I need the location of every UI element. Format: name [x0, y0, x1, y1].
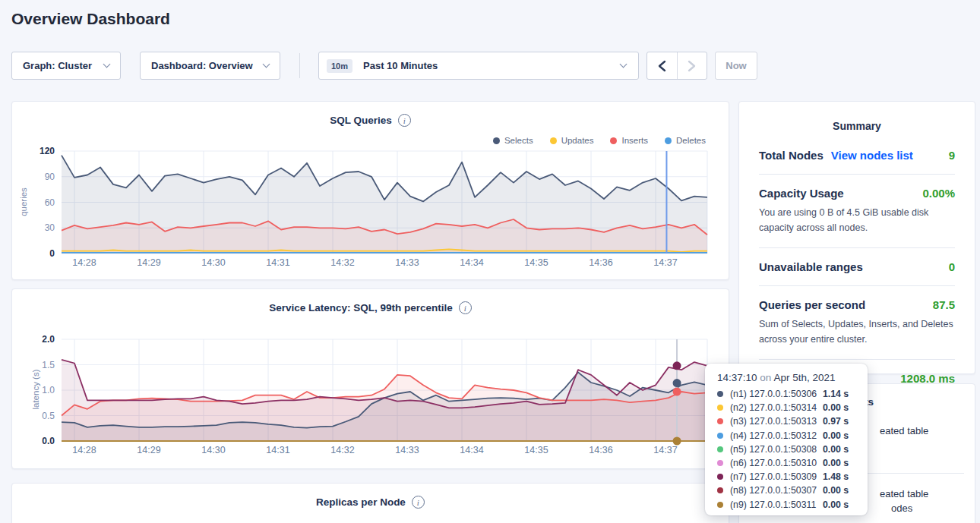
tooltip-row: (n5) 127.0.0.1:503080.00 s: [717, 443, 855, 456]
node-latency-value: 0.00 s: [823, 430, 849, 441]
sql-queries-card: SQL Queries i SelectsUpdatesInsertsDelet…: [11, 101, 729, 280]
node-address: (n4) 127.0.0.1:50312: [730, 430, 823, 441]
node-address: (n7) 127.0.0.1:50309: [730, 471, 823, 482]
node-latency-value: 0.00 s: [823, 458, 849, 468]
svg-text:14:34: 14:34: [460, 445, 483, 455]
time-range-badge: 10m: [327, 59, 352, 73]
node-address: (n6) 127.0.0.1:50310: [730, 458, 823, 468]
latency-card: Service Latency: SQL, 99th percentile i …: [11, 288, 729, 469]
node-address: (n5) 127.0.0.1:50308: [730, 444, 823, 455]
node-latency-value: 1.14 s: [823, 389, 849, 399]
tooltip-row: (n7) 127.0.0.1:503091.48 s: [717, 470, 855, 484]
event-text-fragment[interactable]: eated table: [880, 488, 928, 499]
svg-text:30: 30: [45, 222, 55, 233]
chevron-down-icon: [620, 61, 628, 68]
capacity-value: 0.00%: [922, 187, 955, 200]
total-nodes-label: Total Nodes: [759, 149, 824, 162]
tooltip-row: (n4) 127.0.0.1:503120.00 s: [717, 429, 855, 443]
svg-text:0: 0: [49, 248, 55, 259]
svg-text:0.5: 0.5: [42, 411, 55, 421]
svg-text:14:33: 14:33: [395, 257, 419, 268]
view-nodes-list-link[interactable]: View nodes list: [831, 149, 913, 162]
chevron-left-icon: [658, 60, 666, 72]
next-range-button[interactable]: [677, 52, 707, 79]
node-color-dot-icon: [717, 474, 723, 480]
tooltip-row: (n9) 127.0.0.1:503110.00 s: [717, 498, 855, 512]
node-address: (n9) 127.0.0.1:50311: [730, 499, 823, 510]
total-nodes-value: 9: [949, 149, 955, 162]
tooltip-row: (n2) 127.0.0.1:503140.00 s: [717, 401, 855, 414]
graph-dropdown-label: Graph: Cluster: [23, 60, 92, 71]
svg-text:14:31: 14:31: [266, 257, 289, 268]
tooltip-on: on: [760, 372, 771, 383]
svg-text:14:28: 14:28: [72, 445, 96, 455]
svg-text:14:30: 14:30: [201, 445, 225, 455]
summary-card: Summary Total Nodes View nodes list 9 Ca…: [738, 101, 975, 374]
sql-queries-chart[interactable]: 030609012014:2814:2914:3014:3114:3214:33…: [12, 102, 730, 281]
tooltip-time: 14:37:10: [717, 372, 757, 383]
capacity-desc: You are using 0 B of 4.5 GiB usable disk…: [759, 200, 955, 235]
svg-text:14:35: 14:35: [524, 445, 548, 455]
node-color-dot-icon: [717, 487, 723, 493]
prev-range-button[interactable]: [647, 52, 677, 79]
svg-text:14:32: 14:32: [330, 445, 354, 455]
svg-text:14:29: 14:29: [137, 445, 160, 455]
node-address: (n8) 127.0.0.1:50307: [730, 485, 823, 496]
node-color-dot-icon: [717, 460, 723, 466]
tooltip-row: (n8) 127.0.0.1:503070.00 s: [717, 484, 855, 497]
dashboard-dropdown[interactable]: Dashboard: Overview: [140, 52, 280, 80]
capacity-label: Capacity Usage: [759, 187, 844, 200]
svg-text:14:35: 14:35: [524, 257, 548, 268]
overview-dashboard-page: Overview Dashboard Graph: Cluster Dashbo…: [0, 0, 980, 523]
svg-text:14:32: 14:32: [330, 257, 354, 268]
info-icon[interactable]: i: [412, 496, 425, 509]
svg-text:0.0: 0.0: [42, 436, 55, 446]
node-address: (n2) 127.0.0.1:50314: [730, 402, 823, 413]
now-button[interactable]: Now: [715, 52, 757, 80]
time-range-label: Past 10 Minutes: [363, 60, 438, 71]
node-latency-value: 0.00 s: [823, 444, 849, 455]
unavailable-ranges-row: Unavailable ranges 0: [759, 248, 955, 273]
replicas-card: Replicas per Node i: [11, 483, 729, 523]
qps-desc: Sum of Selects, Updates, Inserts, and De…: [759, 311, 955, 347]
node-latency-value: 0.97 s: [823, 416, 849, 427]
chevron-down-icon: [103, 61, 111, 68]
svg-text:14:28: 14:28: [72, 257, 96, 268]
node-latency-value: 0.00 s: [823, 402, 849, 413]
node-latency-value: 1.48 s: [823, 471, 849, 482]
event-text-fragment[interactable]: eated table: [880, 425, 928, 436]
node-color-dot-icon: [717, 405, 723, 411]
svg-text:1.0: 1.0: [42, 385, 55, 395]
node-color-dot-icon: [717, 502, 723, 508]
svg-text:14:29: 14:29: [137, 257, 160, 268]
chevron-right-icon: [688, 60, 696, 72]
node-color-dot-icon: [717, 391, 723, 397]
total-nodes-row: Total Nodes View nodes list 9: [759, 144, 955, 162]
unavailable-ranges-value: 0: [949, 260, 955, 273]
svg-text:60: 60: [45, 197, 55, 208]
page-title: Overview Dashboard: [11, 10, 170, 28]
svg-text:14:36: 14:36: [589, 257, 612, 268]
svg-text:1.5: 1.5: [42, 360, 55, 370]
tooltip-row: (n1) 127.0.0.1:503061.14 s: [717, 387, 855, 401]
tooltip-row: (n3) 127.0.0.1:503130.97 s: [717, 414, 855, 428]
time-range-dropdown[interactable]: 10m Past 10 Minutes: [318, 52, 639, 80]
latency-chart[interactable]: 0.00.51.01.52.014:2814:2914:3014:3114:32…: [12, 289, 730, 470]
node-color-dot-icon: [717, 418, 723, 424]
svg-text:14:33: 14:33: [395, 445, 419, 455]
node-address: (n1) 127.0.0.1:50306: [730, 389, 823, 399]
event-text-fragment[interactable]: odes: [891, 503, 912, 514]
unavailable-ranges-label: Unavailable ranges: [759, 260, 863, 273]
tooltip-row: (n6) 127.0.0.1:503100.00 s: [717, 456, 855, 470]
graph-dropdown[interactable]: Graph: Cluster: [11, 52, 121, 80]
qps-row: Queries per second 87.5: [759, 286, 955, 311]
summary-title: Summary: [759, 115, 955, 144]
tooltip-timestamp: 14:37:10 on Apr 5th, 2021: [717, 372, 855, 383]
svg-text:2.0: 2.0: [42, 334, 55, 345]
node-latency-value: 0.00 s: [823, 485, 849, 496]
svg-text:14:30: 14:30: [201, 257, 225, 268]
tooltip-date: Apr 5th, 2021: [773, 372, 835, 383]
tooltip-rows: (n1) 127.0.0.1:503061.14 s(n2) 127.0.0.1…: [717, 387, 855, 512]
svg-text:120: 120: [40, 146, 55, 156]
chevron-down-icon: [263, 61, 270, 68]
